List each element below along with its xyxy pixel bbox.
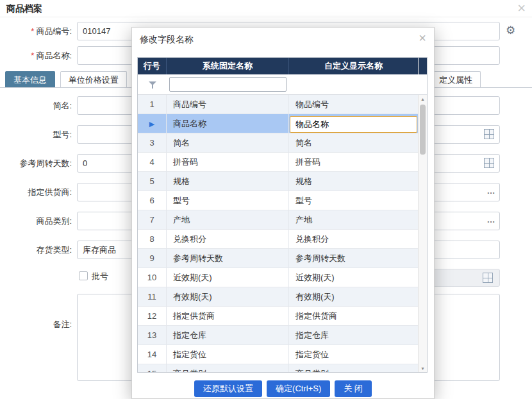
close-button[interactable]: 关 闭 (335, 380, 372, 397)
field-table: 行号 系统固定名称 自定义显示名称 1商品编号物品编号▶商品名称3简名简名4拼音… (137, 57, 428, 373)
filter-row (138, 74, 427, 95)
turnover-picker-grid-icon[interactable] (484, 158, 494, 168)
dialog-title: 修改字段名称 (140, 28, 194, 51)
turnover-days-label: 参考周转天数: (0, 154, 72, 173)
scrollbar-up-icon[interactable]: ▲ (419, 96, 427, 103)
header-scrollbar-cap (418, 58, 427, 74)
title-divider (0, 17, 532, 17)
system-name-cell: 产地 (167, 210, 289, 229)
category-ellipsis-icon[interactable]: … (485, 212, 497, 230)
row-number: 6 (138, 191, 167, 210)
column-header-row-number: 行号 (138, 58, 167, 74)
table-row[interactable]: 6型号型号 (138, 191, 418, 210)
column-header-custom-name: 自定义显示名称 (289, 58, 418, 74)
custom-name-cell[interactable]: 简名 (289, 133, 418, 152)
row-number: 4 (138, 153, 167, 171)
table-row[interactable]: 9参考周转天数参考周转天数 (138, 249, 418, 268)
table-row[interactable]: 15商品类别商品类别 (138, 364, 418, 373)
dialog-close-icon[interactable]: × (419, 31, 426, 46)
system-name-cell: 参考周转天数 (167, 249, 289, 267)
tab-unit-price[interactable]: 单位价格设置 (60, 71, 127, 87)
window-close-icon[interactable]: × (517, 0, 526, 17)
custom-name-edit-input[interactable] (290, 116, 417, 133)
tab-basic-info[interactable]: 基本信息 (5, 71, 55, 87)
custom-name-cell[interactable]: 兑换积分 (289, 230, 418, 248)
column-header-system-name: 系统固定名称 (167, 58, 289, 74)
row-number: 5 (138, 172, 167, 191)
remark-label: 备注: (0, 315, 72, 334)
row-number: 8 (138, 230, 167, 248)
system-name-cell: 有效期(天) (167, 287, 289, 306)
custom-name-cell[interactable]: 参考周转天数 (289, 249, 418, 267)
tab-custom-attributes[interactable]: 定义属性 (431, 71, 481, 87)
batch-picker-grid-icon[interactable] (483, 273, 493, 283)
batch-number-checkbox[interactable] (79, 271, 88, 280)
restore-defaults-button[interactable]: 还原默认设置 (194, 380, 262, 397)
table-row[interactable]: 4拼音码拼音码 (138, 153, 418, 172)
custom-name-cell[interactable]: 商品类别 (289, 364, 418, 373)
scrollbar-down-icon[interactable]: ▼ (419, 365, 427, 373)
modify-field-names-dialog: 修改字段名称 × 行号 系统固定名称 自定义显示名称 1商品编号物品编号▶商品名… (131, 27, 435, 399)
row-number: 14 (138, 345, 167, 364)
custom-name-cell[interactable]: 规格 (289, 172, 418, 191)
category-label: 商品类别: (0, 212, 72, 230)
row-number: 13 (138, 326, 167, 344)
model-picker-grid-icon[interactable] (484, 129, 494, 139)
system-name-cell: 商品编号 (167, 95, 289, 114)
scrollbar-thumb[interactable] (420, 105, 426, 155)
table-row[interactable]: 11有效期(天)有效期(天) (138, 287, 418, 307)
table-row[interactable]: 7产地产地 (138, 210, 418, 230)
row-number: 7 (138, 210, 167, 229)
row-number: 10 (138, 268, 167, 287)
system-name-cell: 兑换积分 (167, 230, 289, 248)
system-name-cell: 简名 (167, 133, 289, 152)
stock-type-label: 存货类型: (0, 241, 72, 259)
product-archive-window: 商品档案 × *商品编号: ⚙ *商品名称: 基本信息 单位价格设置 更 定义属… (0, 0, 532, 399)
row-number: 1 (138, 95, 167, 114)
system-name-cell: 指定仓库 (167, 326, 289, 344)
custom-name-cell[interactable]: 指定货位 (289, 345, 418, 364)
row-number: 11 (138, 287, 167, 306)
row-number: 9 (138, 249, 167, 267)
custom-name-cell[interactable]: 有效期(天) (289, 287, 418, 306)
table-row[interactable]: 10近效期(天)近效期(天) (138, 268, 418, 287)
supplier-label: 指定供货商: (0, 183, 72, 201)
window-title: 商品档案 (6, 3, 42, 15)
custom-name-cell[interactable]: 型号 (289, 191, 418, 210)
system-name-cell: 拼音码 (167, 153, 289, 171)
row-number: 3 (138, 133, 167, 152)
ok-button[interactable]: 确定(Ctrl+S) (267, 380, 330, 397)
field-table-body: 1商品编号物品编号▶商品名称3简名简名4拼音码拼音码5规格规格6型号型号7产地产… (138, 95, 418, 373)
table-row[interactable]: 5规格规格 (138, 172, 418, 191)
filter-input[interactable] (169, 77, 287, 92)
supplier-ellipsis-icon[interactable]: … (485, 183, 497, 201)
custom-name-cell[interactable]: 物品编号 (289, 95, 418, 114)
table-row[interactable]: 1商品编号物品编号 (138, 95, 418, 114)
system-name-cell: 型号 (167, 191, 289, 210)
table-scrollbar[interactable]: ▲ ▼ (418, 95, 427, 373)
custom-name-cell[interactable]: 近效期(天) (289, 268, 418, 287)
batch-number-label: 批号 (92, 267, 108, 285)
custom-name-cell[interactable] (289, 114, 418, 133)
custom-name-cell[interactable]: 指定供货商 (289, 307, 418, 325)
table-row[interactable]: 14指定货位指定货位 (138, 345, 418, 364)
table-row[interactable]: 8兑换积分兑换积分 (138, 230, 418, 249)
gear-icon[interactable]: ⚙ (506, 24, 515, 37)
system-name-cell: 指定货位 (167, 345, 289, 364)
table-row[interactable]: ▶商品名称 (138, 114, 418, 133)
custom-name-cell[interactable]: 产地 (289, 210, 418, 229)
product-name-label: *商品名称: (0, 46, 72, 65)
row-number: 12 (138, 307, 167, 325)
custom-name-cell[interactable]: 指定仓库 (289, 326, 418, 344)
table-row[interactable]: 12指定供货商指定供货商 (138, 307, 418, 326)
system-name-cell: 商品类别 (167, 364, 289, 373)
row-number: 15 (138, 364, 167, 373)
filter-funnel-icon[interactable] (149, 81, 156, 89)
table-row[interactable]: 13指定仓库指定仓库 (138, 326, 418, 345)
system-name-cell: 指定供货商 (167, 307, 289, 325)
product-code-label: *商品编号: (0, 22, 72, 40)
custom-name-cell[interactable]: 拼音码 (289, 153, 418, 171)
table-row[interactable]: 3简名简名 (138, 133, 418, 153)
required-asterisk: * (31, 51, 34, 60)
table-header: 行号 系统固定名称 自定义显示名称 (138, 58, 427, 74)
